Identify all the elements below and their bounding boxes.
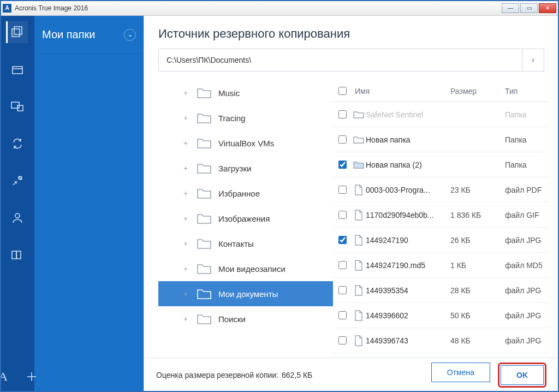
file-row[interactable]: 0003-003-Progra...23 КБфайл PDF — [333, 177, 549, 203]
tree-item[interactable]: +VirtualBox VMs — [158, 130, 333, 156]
chevron-down-icon[interactable]: ⌄ — [124, 29, 136, 41]
file-row[interactable]: 144939674348 КБфайл JPG — [333, 328, 549, 353]
rail-font-icon[interactable]: A — [0, 369, 11, 385]
col-size[interactable]: Размер — [450, 87, 505, 96]
rail-help-icon[interactable] — [7, 244, 28, 266]
file-name: 1449395354 — [366, 286, 450, 295]
expand-icon[interactable]: + — [183, 164, 192, 173]
svg-rect-1 — [14, 27, 22, 34]
tree-item[interactable]: +Изображения — [158, 206, 333, 231]
file-row[interactable]: 1170d290f94eb0b...1 836 КБфайл GIF — [333, 203, 549, 228]
tree-item[interactable]: +Tracing — [158, 105, 333, 130]
tree-item[interactable]: +Загрузки — [158, 156, 333, 181]
rail-sync-icon[interactable] — [7, 133, 28, 155]
minimize-button[interactable]: — — [502, 3, 519, 13]
row-checkbox[interactable] — [338, 236, 347, 244]
expand-icon[interactable]: + — [183, 264, 192, 273]
file-size: 48 КБ — [450, 336, 505, 345]
row-checkbox[interactable] — [338, 135, 347, 144]
folder-icon — [352, 135, 366, 144]
path-input[interactable]: C:\Users\ПК\Documents\ — [159, 56, 522, 64]
rail-account-icon[interactable] — [7, 207, 28, 229]
expand-icon[interactable]: + — [183, 114, 192, 122]
expand-icon[interactable]: + — [183, 314, 192, 323]
rail-archive-icon[interactable] — [7, 58, 28, 80]
col-type[interactable]: Тип — [505, 87, 549, 96]
row-checkbox[interactable] — [338, 286, 347, 294]
file-type: файл GIF — [505, 211, 549, 219]
folder-icon — [197, 288, 212, 300]
folder-icon — [197, 212, 212, 224]
file-type: файл JPG — [505, 311, 549, 320]
file-row[interactable]: 144939660250 КБфайл JPG — [333, 303, 549, 328]
cancel-button[interactable]: Отмена — [431, 363, 490, 382]
row-checkbox[interactable] — [338, 211, 347, 219]
tree-item-label: Music — [218, 88, 240, 98]
file-name: Новая папка (2) — [366, 161, 450, 169]
svg-rect-0 — [12, 29, 20, 37]
folder-icon — [352, 110, 366, 119]
rail-backup-icon[interactable] — [6, 21, 28, 43]
folder-tree: +Music+Tracing+VirtualBox VMs+Загрузки+И… — [158, 80, 333, 358]
tree-item[interactable]: +Мои видеозаписи — [158, 256, 333, 281]
estimate-label: Оценка размера резервной копии: — [156, 371, 278, 379]
file-row[interactable]: 1449247190.md51 КБфайл MD5 — [333, 253, 549, 278]
tree-item[interactable]: +Мои документы — [158, 281, 333, 306]
file-icon — [352, 185, 366, 195]
rail-add-icon[interactable] — [23, 369, 40, 385]
file-type: файл JPG — [505, 236, 549, 245]
ok-highlight: OK — [498, 363, 546, 388]
svg-point-7 — [15, 213, 20, 218]
tree-item[interactable]: +Music — [158, 80, 333, 105]
file-row[interactable]: Новая папка (2)Папка — [333, 152, 549, 177]
estimate-value: 662,5 КБ — [282, 371, 312, 379]
file-name: 1449247190 — [366, 236, 450, 245]
maximize-button[interactable]: ▭ — [520, 3, 538, 13]
file-type: файл PDF — [505, 186, 549, 194]
sidebar-heading[interactable]: Мои папки ⌄ — [34, 16, 144, 54]
row-checkbox[interactable] — [338, 110, 347, 118]
expand-icon[interactable]: + — [183, 189, 192, 198]
tree-item[interactable]: +Контакты — [158, 231, 333, 256]
tree-item-label: Tracing — [218, 114, 245, 123]
file-type: файл JPG — [505, 286, 549, 295]
folder-icon — [197, 137, 212, 149]
col-name[interactable]: Имя — [352, 87, 450, 96]
file-size: 23 КБ — [450, 186, 505, 194]
file-size: 50 КБ — [450, 311, 505, 320]
expand-icon[interactable]: + — [183, 139, 192, 147]
row-checkbox[interactable] — [338, 336, 347, 345]
expand-icon[interactable]: + — [183, 239, 192, 248]
file-list: Имя Размер Тип SafeNet SentinelПапкаНова… — [333, 80, 549, 358]
file-row[interactable]: 144939535428 КБфайл JPG — [333, 278, 549, 303]
rail-sync-devices-icon[interactable] — [7, 96, 28, 117]
footer: Оценка размера резервной копии: 662,5 КБ… — [144, 358, 558, 391]
tree-item-label: Загрузки — [218, 164, 251, 173]
path-go-button[interactable]: › — [522, 49, 544, 71]
file-type: Папка — [505, 161, 549, 169]
tree-item[interactable]: +Поиски — [158, 306, 333, 331]
expand-icon[interactable]: + — [183, 214, 192, 223]
close-button[interactable]: ✕ — [539, 3, 556, 13]
row-checkbox[interactable] — [338, 161, 347, 169]
file-row[interactable]: 144924719026 КБфайл JPG — [333, 228, 549, 253]
expand-icon[interactable]: + — [183, 289, 192, 298]
tree-item[interactable]: +Избранное — [158, 181, 333, 206]
sidebar-heading-label: Мои папки — [42, 28, 95, 41]
tree-item-label: VirtualBox VMs — [218, 139, 274, 148]
row-checkbox[interactable] — [338, 261, 347, 269]
select-all-checkbox[interactable] — [338, 87, 347, 95]
folder-icon — [197, 237, 212, 250]
file-row[interactable]: Новая папкаПапка — [333, 127, 549, 152]
file-row[interactable]: SafeNet SentinelПапка — [333, 102, 549, 127]
file-type: Папка — [505, 135, 549, 144]
ok-button[interactable]: OK — [501, 365, 544, 385]
row-checkbox[interactable] — [338, 186, 347, 194]
file-name: SafeNet Sentinel — [366, 110, 450, 119]
row-checkbox[interactable] — [338, 311, 347, 319]
tree-item-label: Избранное — [218, 189, 260, 198]
rail-tools-icon[interactable] — [7, 170, 28, 192]
folder-icon — [197, 313, 212, 325]
expand-icon[interactable]: + — [183, 88, 192, 97]
tree-item-label: Мои документы — [218, 289, 278, 299]
